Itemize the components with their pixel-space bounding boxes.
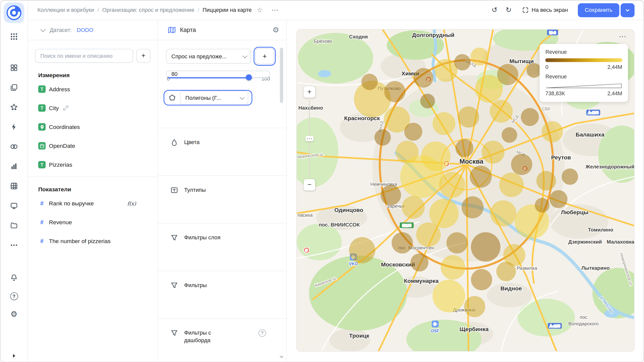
add-layer-button[interactable]: +	[255, 49, 274, 64]
help-icon[interactable]: ?	[259, 329, 266, 337]
expand-rail-icon[interactable]	[12, 353, 17, 358]
save-options-button[interactable]	[621, 3, 635, 17]
map-bubble[interactable]	[416, 222, 441, 247]
charts-icon[interactable]	[9, 161, 19, 171]
map-bubble[interactable]	[481, 141, 504, 164]
map-bubble[interactable]	[458, 106, 479, 128]
more-actions-icon[interactable]: ⋯	[270, 6, 280, 14]
quick-lightning-icon[interactable]	[9, 122, 19, 132]
fullscreen-button[interactable]: На весь экран	[522, 7, 568, 13]
map-bubble[interactable]	[542, 121, 563, 143]
map-bubble[interactable]	[420, 94, 435, 109]
apps-grid-icon[interactable]	[9, 32, 19, 41]
map-bubble[interactable]	[470, 48, 489, 66]
storage-folder-icon[interactable]	[9, 220, 19, 230]
map-bubble[interactable]	[464, 296, 485, 317]
layer-select[interactable]: Спрос на предложе...	[166, 49, 251, 64]
field-row-city[interactable]: T City	[28, 99, 157, 117]
map-bubble[interactable]	[392, 232, 413, 254]
map-bubble[interactable]	[536, 171, 556, 191]
map-bubble[interactable]	[499, 173, 524, 197]
favorites-star-icon[interactable]	[9, 102, 19, 112]
fullscreen-label: На весь экран	[532, 7, 568, 13]
field-row-coordinates[interactable]: Coordinates	[28, 117, 157, 136]
breadcrumb-collections[interactable]: Коллекции и воркбуки	[37, 7, 94, 13]
map-bubble[interactable]	[455, 139, 473, 157]
dataset-name-link[interactable]: DODO	[77, 27, 93, 33]
breadcrumb-workbook[interactable]: Организации: спрос и предложение	[102, 7, 194, 13]
redo-icon[interactable]: ↻	[503, 6, 514, 14]
slider-thumb[interactable]	[246, 74, 252, 81]
help-icon[interactable]: ?	[10, 292, 18, 300]
map-bubble[interactable]	[384, 81, 406, 102]
add-field-button[interactable]: +	[136, 49, 150, 63]
map-bubble[interactable]	[410, 253, 428, 272]
datalens-logo[interactable]	[4, 3, 24, 23]
save-button[interactable]: Сохранить	[578, 3, 619, 17]
map-bubble[interactable]	[470, 166, 492, 188]
map-canvas[interactable]: СходняДолгопрудныйМытищиХимкиПутилковоБр…	[296, 29, 635, 351]
field-row-rank[interactable]: # Rank по выручке f(x)	[28, 194, 157, 213]
map-bubble[interactable]	[496, 262, 516, 281]
more-ellipsis-icon[interactable]	[9, 240, 19, 250]
map-bubble[interactable]	[471, 269, 492, 290]
field-row-pizzeria-count[interactable]: # The number of pizzerias	[28, 232, 157, 250]
geometry-select[interactable]: Полигоны (Г...	[180, 91, 248, 105]
map-bubble[interactable]	[454, 54, 470, 70]
map-bubble[interactable]	[490, 100, 513, 123]
undo-icon[interactable]: ↺	[489, 6, 500, 14]
map-menu-ellipsis-icon[interactable]: ⋯	[619, 32, 627, 41]
map-bubble[interactable]	[381, 185, 401, 205]
section-tooltips[interactable]: Тултипы	[158, 175, 286, 223]
map-bubble[interactable]	[511, 154, 532, 175]
map-bubble[interactable]	[441, 255, 465, 280]
map-bubble[interactable]	[432, 280, 465, 312]
widgets-icon[interactable]	[9, 63, 19, 73]
map-bubble[interactable]	[374, 129, 391, 146]
field-row-address[interactable]: T Address	[28, 80, 157, 99]
map-bubble[interactable]	[447, 232, 468, 254]
map-bubble[interactable]	[402, 196, 425, 219]
section-layer-filters[interactable]: Фильтры слоя	[158, 223, 286, 271]
map-bubble[interactable]	[535, 198, 550, 213]
map-bubble[interactable]	[562, 168, 578, 185]
map-bubble[interactable]	[549, 190, 568, 208]
favorite-star-icon[interactable]: ☆	[255, 6, 264, 14]
notifications-bell-icon[interactable]	[9, 273, 19, 283]
map-bubble[interactable]	[462, 196, 484, 218]
map-bubble[interactable]	[434, 59, 457, 82]
section-dashboard-filters[interactable]: Фильтры с дашборда ?	[158, 318, 286, 362]
scroll-down-icon[interactable]	[279, 354, 284, 359]
map-bubble[interactable]	[404, 123, 422, 141]
map-bubble[interactable]	[490, 200, 516, 227]
services-circles-icon[interactable]	[9, 142, 19, 152]
collections-icon[interactable]	[9, 82, 19, 92]
map-bubble[interactable]	[497, 64, 518, 85]
map-bubble[interactable]	[527, 63, 541, 78]
map-bubble[interactable]	[432, 112, 455, 135]
map-bubble[interactable]	[400, 155, 443, 198]
map-bubble[interactable]	[349, 237, 375, 263]
field-row-revenue[interactable]: # Revenue	[28, 213, 157, 232]
section-filters[interactable]: Фильтры	[158, 271, 286, 319]
settings-gear-icon[interactable]: ⚙	[11, 310, 18, 318]
zoom-slider-handle[interactable]	[305, 136, 314, 141]
dataset-header[interactable]: Датасет: DODO	[28, 20, 157, 40]
field-row-pizzerias[interactable]: T Pizzerias	[28, 155, 157, 174]
map-bubble[interactable]	[521, 108, 539, 126]
editor-monitor-icon[interactable]	[9, 201, 19, 211]
map-bubble[interactable]	[471, 232, 500, 262]
zoom-slider-track[interactable]	[309, 100, 310, 177]
zoom-out-button[interactable]: −	[304, 179, 315, 191]
map-bubble[interactable]	[361, 74, 378, 90]
field-row-opendate[interactable]: OpenDate	[28, 136, 157, 155]
map-bubble[interactable]	[502, 127, 517, 143]
field-search-input[interactable]	[35, 49, 133, 63]
chart-settings-gear-icon[interactable]: ⚙	[272, 26, 279, 34]
panel-scrollbar[interactable]	[280, 48, 283, 103]
section-colors[interactable]: Цвета	[158, 128, 286, 175]
map-bubble[interactable]	[414, 68, 433, 87]
zoom-in-button[interactable]: +	[304, 86, 315, 98]
datasets-grid-icon[interactable]	[9, 181, 19, 191]
map-bubble[interactable]	[439, 172, 465, 198]
